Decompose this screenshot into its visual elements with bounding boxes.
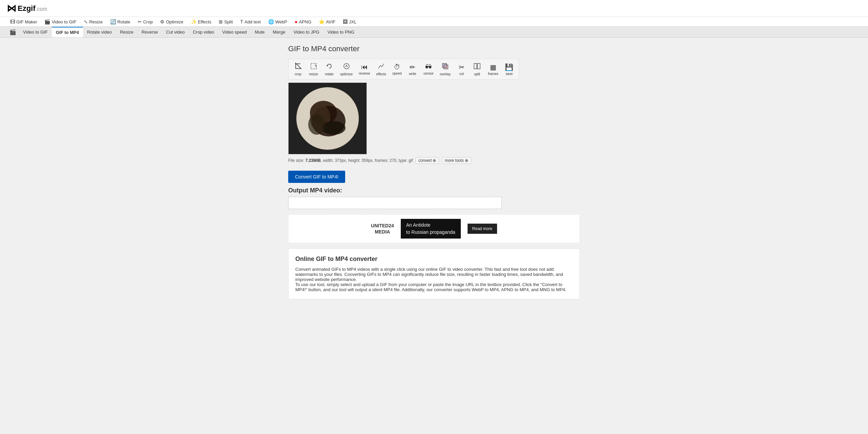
nav-video-to-gif[interactable]: 🎬Video to GIF bbox=[41, 17, 80, 26]
cut-tool-icon: ✂ bbox=[459, 63, 465, 71]
crop-nav-icon: ✂ bbox=[138, 19, 142, 24]
sub-nav-rotate-video[interactable]: Rotate video bbox=[83, 27, 116, 37]
output-video-box bbox=[288, 197, 502, 209]
reverse-tool-button[interactable]: ⏮ reverse bbox=[356, 62, 373, 77]
webp-nav-icon: 🌐 bbox=[268, 19, 274, 24]
description-paragraph-1: Convert animated GIFs to MP4 videos with… bbox=[295, 267, 573, 282]
nav-effects[interactable]: ✨Effects bbox=[188, 17, 215, 26]
video-to-gif-icon: 🎬 bbox=[44, 19, 50, 24]
nav-add-text[interactable]: TAdd text bbox=[237, 17, 264, 26]
gif-preview-container bbox=[288, 82, 367, 154]
more-tools-icon: ⊕ bbox=[465, 158, 468, 163]
sub-nav-cut-video[interactable]: Cut video bbox=[162, 27, 189, 37]
optimize-tool-icon bbox=[343, 62, 350, 72]
svg-rect-5 bbox=[444, 65, 448, 69]
page-title: GIF to MP4 converter bbox=[288, 44, 580, 53]
file-type: gif bbox=[409, 158, 413, 163]
optimize-tool-button[interactable]: optimize bbox=[337, 61, 355, 77]
resize-tool-button[interactable]: resize bbox=[306, 61, 321, 77]
gif-image bbox=[296, 87, 359, 150]
svg-point-3 bbox=[344, 63, 349, 69]
resize-tool-icon bbox=[310, 62, 317, 72]
ad-text: An Antidote to Russian propaganda bbox=[401, 219, 461, 239]
more-tools-button[interactable]: more tools ⊕ bbox=[442, 157, 471, 164]
rotate-nav-icon: 🔄 bbox=[110, 19, 116, 24]
nav-split[interactable]: ⊞Split bbox=[215, 17, 236, 26]
nav-gif-maker[interactable]: 🎞GIF Maker bbox=[7, 17, 40, 26]
sub-nav-crop-video[interactable]: Crop video bbox=[189, 27, 218, 37]
censor-tool-button[interactable]: 🕶 censor bbox=[421, 62, 436, 77]
write-tool-button[interactable]: ✏ write bbox=[405, 62, 420, 77]
crop-tool-icon bbox=[294, 62, 302, 72]
main-content: GIF to MP4 converter crop resize rotate … bbox=[281, 44, 587, 299]
output-label: Output MP4 video: bbox=[288, 187, 580, 194]
main-nav: 🎞GIF Maker 🎬Video to GIF ⤡Resize 🔄Rotate… bbox=[0, 17, 868, 27]
svg-point-14 bbox=[308, 114, 325, 135]
logo[interactable]: ⋈ Ezgif.com bbox=[7, 3, 47, 14]
optimize-nav-icon: ⚙ bbox=[160, 19, 164, 24]
save-tool-button[interactable]: 💾 save bbox=[502, 62, 517, 77]
svg-rect-6 bbox=[474, 63, 477, 69]
nav-apng[interactable]: ●APNG bbox=[291, 17, 315, 26]
speed-tool-button[interactable]: ⏱ speed bbox=[390, 62, 405, 77]
sub-nav-video-to-jpg[interactable]: Video to JPG bbox=[289, 27, 323, 37]
sub-nav: 🎬 Video to GIF GIF to MP4 Rotate video R… bbox=[0, 27, 868, 38]
file-info: File size: 7.23MiB, width: 373px, height… bbox=[288, 157, 580, 164]
sub-nav-video-speed[interactable]: Video speed bbox=[218, 27, 251, 37]
description-paragraph-2: To use our tool, simply select and uploa… bbox=[295, 282, 573, 292]
sub-nav-reverse[interactable]: Reverse bbox=[137, 27, 162, 37]
file-height: 359px bbox=[361, 158, 373, 163]
convert-info-button[interactable]: convert ⊕ bbox=[415, 157, 439, 164]
nav-jxl[interactable]: 🖼JXL bbox=[339, 17, 360, 26]
gif-maker-icon: 🎞 bbox=[10, 19, 15, 24]
toolbar: crop resize rotate optimize ⏮ reverse bbox=[288, 59, 519, 80]
nav-resize[interactable]: ⤡Resize bbox=[80, 17, 106, 26]
sub-nav-resize[interactable]: Resize bbox=[116, 27, 138, 37]
nav-webp[interactable]: 🌐WebP bbox=[265, 17, 291, 26]
convert-gif-to-mp4-button[interactable]: Convert GIF to MP4! bbox=[288, 171, 345, 183]
description-title: Online GIF to MP4 converter bbox=[295, 256, 573, 263]
speed-tool-icon: ⏱ bbox=[394, 63, 400, 71]
svg-rect-2 bbox=[311, 63, 316, 69]
effects-tool-icon bbox=[377, 62, 385, 72]
description-section: Online GIF to MP4 converter Convert anim… bbox=[288, 248, 580, 299]
frames-tool-icon: ▦ bbox=[490, 63, 496, 71]
sub-nav-gif-to-mp4[interactable]: GIF to MP4 bbox=[52, 27, 83, 37]
crop-tool-button[interactable]: crop bbox=[291, 61, 305, 77]
split-tool-icon bbox=[473, 62, 481, 72]
nav-optimize[interactable]: ⚙Optimize bbox=[157, 17, 186, 26]
save-tool-icon: 💾 bbox=[505, 63, 513, 71]
ad-banner: UNITED24 MEDIA An Antidote to Russian pr… bbox=[288, 214, 580, 243]
effects-tool-button[interactable]: effects bbox=[374, 61, 389, 77]
jxl-nav-icon: 🖼 bbox=[343, 19, 348, 24]
file-width: 373px bbox=[335, 158, 346, 163]
header: ⋈ Ezgif.com bbox=[0, 0, 868, 17]
write-tool-icon: ✏ bbox=[410, 63, 415, 71]
svg-point-13 bbox=[322, 121, 346, 135]
sub-nav-merge[interactable]: Merge bbox=[269, 27, 290, 37]
cut-tool-button[interactable]: ✂ cut bbox=[454, 62, 469, 77]
rotate-tool-button[interactable]: rotate bbox=[322, 61, 337, 77]
gif-preview bbox=[289, 83, 367, 154]
nav-rotate[interactable]: 🔄Rotate bbox=[107, 17, 134, 26]
ad-read-more-button[interactable]: Read more bbox=[468, 224, 497, 234]
nav-avif[interactable]: ⭐AVIF bbox=[315, 17, 339, 26]
ad-logo: UNITED24 MEDIA bbox=[371, 223, 394, 235]
split-tool-button[interactable]: split bbox=[470, 61, 485, 77]
rotate-tool-icon bbox=[326, 62, 333, 72]
svg-rect-7 bbox=[477, 63, 480, 69]
file-size: 7.23MiB bbox=[305, 158, 321, 163]
reverse-tool-icon: ⏮ bbox=[361, 63, 368, 71]
frames-tool-button[interactable]: ▦ frames bbox=[485, 62, 501, 77]
avif-nav-icon: ⭐ bbox=[319, 19, 324, 24]
sub-nav-mute[interactable]: Mute bbox=[251, 27, 269, 37]
sub-nav-video-to-png[interactable]: Video to PNG bbox=[323, 27, 358, 37]
nav-crop[interactable]: ✂Crop bbox=[134, 17, 156, 26]
overlay-tool-button[interactable]: overlay bbox=[437, 61, 453, 77]
resize-nav-icon: ⤡ bbox=[84, 19, 88, 24]
overlay-tool-icon bbox=[441, 62, 449, 72]
add-text-nav-icon: T bbox=[240, 19, 243, 24]
logo-text: Ezgif.com bbox=[18, 4, 47, 13]
split-nav-icon: ⊞ bbox=[219, 19, 223, 24]
sub-nav-video-to-gif[interactable]: Video to GIF bbox=[19, 27, 52, 37]
